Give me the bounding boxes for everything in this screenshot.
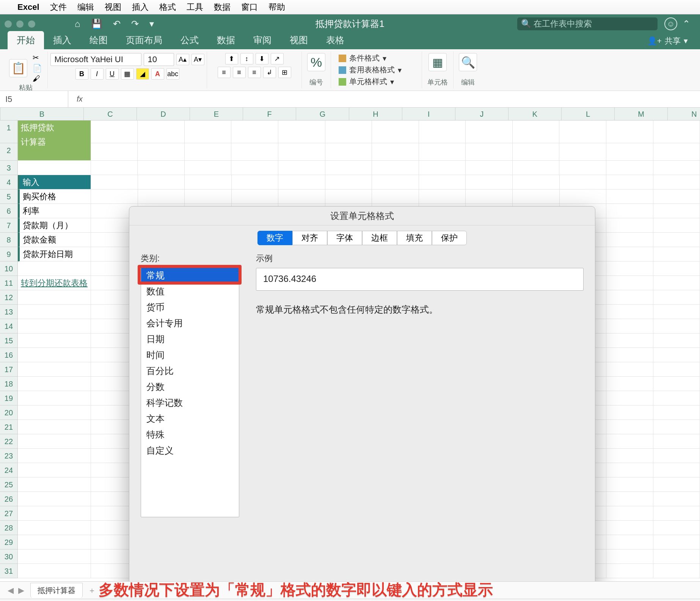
menu-format[interactable]: 格式 (159, 2, 176, 13)
fontsize-select[interactable]: 10 (144, 53, 174, 66)
cell[interactable] (278, 189, 325, 204)
find-button[interactable]: 🔍 (459, 53, 477, 71)
row-header[interactable]: 1 (0, 121, 18, 143)
cell[interactable] (372, 189, 419, 204)
tab-table[interactable]: 表格 (317, 31, 353, 49)
cell[interactable] (138, 143, 185, 161)
qat-dropdown-icon[interactable]: ▾ (149, 19, 154, 29)
cell[interactable] (513, 121, 560, 143)
cell[interactable] (653, 276, 700, 290)
cell[interactable] (419, 189, 466, 204)
tab-draw[interactable]: 绘图 (80, 31, 117, 49)
column-header-M[interactable]: M (615, 108, 668, 121)
cell[interactable] (606, 204, 653, 218)
column-header-I[interactable]: I (402, 108, 455, 121)
dialog-tab-protect[interactable]: 保护 (432, 231, 467, 245)
column-header-L[interactable]: L (562, 108, 615, 121)
dialog-tab-font[interactable]: 字体 (327, 231, 362, 245)
cell[interactable] (653, 218, 700, 233)
cell-style-button[interactable]: 单元格样式 ▾ (339, 77, 394, 87)
cell[interactable] (18, 506, 91, 521)
align-bottom-icon[interactable]: ⬇ (256, 53, 268, 64)
cell[interactable] (325, 189, 372, 204)
cell[interactable] (606, 506, 653, 521)
cell[interactable] (606, 121, 653, 143)
menu-data[interactable]: 数据 (214, 2, 231, 13)
category-listbox[interactable]: 常规数值货币会计专用日期时间百分比分数科学记数文本特殊自定义 (141, 267, 239, 517)
cell[interactable] (185, 189, 232, 204)
tab-view[interactable]: 视图 (281, 31, 317, 49)
cell[interactable] (606, 377, 653, 391)
dialog-tab-alignment[interactable]: 对齐 (292, 231, 327, 245)
cell[interactable] (653, 377, 700, 391)
row-header[interactable]: 18 (0, 377, 18, 391)
increase-font-icon[interactable]: A▴ (176, 54, 189, 65)
cell[interactable] (278, 175, 325, 189)
cell[interactable] (606, 276, 653, 290)
cell[interactable] (232, 175, 279, 189)
align-top-icon[interactable]: ⬆ (225, 53, 238, 64)
cell[interactable] (653, 506, 700, 521)
cell[interactable] (653, 434, 700, 449)
cell[interactable] (606, 362, 653, 377)
cell[interactable] (653, 391, 700, 405)
cell[interactable] (653, 121, 700, 143)
cell[interactable] (653, 348, 700, 362)
category-item[interactable]: 日期 (141, 331, 239, 347)
cell[interactable] (560, 175, 607, 189)
tab-layout[interactable]: 页面布局 (117, 31, 171, 49)
dialog-tab-fill[interactable]: 填充 (397, 231, 432, 245)
cell[interactable] (372, 143, 419, 161)
account-icon[interactable]: ☺ (664, 17, 677, 30)
cell[interactable] (18, 564, 91, 578)
column-header-G[interactable]: G (296, 108, 349, 121)
cell[interactable] (653, 333, 700, 348)
cell[interactable] (419, 121, 466, 143)
cell[interactable] (185, 143, 232, 161)
save-icon[interactable]: 💾 (91, 19, 102, 29)
fill-color-button[interactable]: ◢ (136, 68, 149, 80)
chevron-down-icon[interactable]: ⌃ (683, 19, 690, 29)
cell[interactable] (606, 290, 653, 305)
cell[interactable] (653, 261, 700, 276)
minimize-icon[interactable] (16, 20, 24, 28)
cell[interactable] (606, 247, 653, 261)
align-middle-icon[interactable]: ↕ (240, 53, 253, 64)
section-header[interactable]: 输入 (18, 175, 91, 189)
row-header[interactable]: 19 (0, 391, 18, 405)
cell[interactable] (606, 319, 653, 333)
input-label[interactable]: 购买价格 (18, 189, 91, 204)
underline-button[interactable]: U (106, 68, 119, 80)
cell[interactable] (18, 449, 91, 463)
cell[interactable] (653, 161, 700, 175)
align-right-icon[interactable]: ≡ (248, 67, 261, 78)
cell[interactable] (559, 143, 606, 161)
cell[interactable] (653, 143, 700, 161)
cell[interactable] (18, 319, 91, 333)
percent-icon[interactable]: % (307, 53, 325, 71)
cell[interactable] (325, 161, 372, 175)
cell[interactable] (18, 290, 91, 305)
category-item[interactable]: 特殊 (141, 427, 239, 443)
cell[interactable] (91, 121, 138, 143)
cell[interactable] (606, 564, 653, 578)
font-select[interactable]: Microsoft YaHei UI (50, 53, 141, 66)
cell[interactable] (18, 521, 91, 535)
cell[interactable] (513, 175, 560, 189)
cell[interactable] (559, 161, 606, 175)
menu-edit[interactable]: 编辑 (77, 2, 94, 13)
row-header[interactable]: 17 (0, 362, 18, 377)
category-item[interactable]: 会计专用 (141, 315, 239, 331)
category-item[interactable]: 数值 (141, 283, 239, 299)
home-icon[interactable]: ⌂ (75, 19, 80, 29)
cell[interactable] (606, 233, 653, 247)
menu-help[interactable]: 帮助 (268, 2, 285, 13)
cell[interactable] (653, 405, 700, 420)
cell[interactable] (138, 175, 185, 189)
row-header[interactable]: 14 (0, 319, 18, 333)
cell[interactable] (18, 463, 91, 477)
row-header[interactable]: 24 (0, 463, 18, 477)
cell[interactable] (91, 161, 138, 175)
column-header-D[interactable]: D (137, 108, 190, 121)
column-header-K[interactable]: K (509, 108, 562, 121)
